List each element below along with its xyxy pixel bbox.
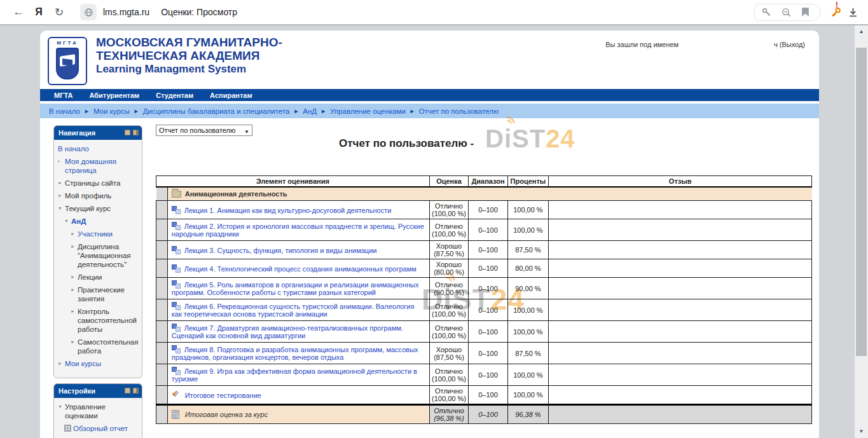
table-row: Итоговое тестированиеОтлично(100,00 %)0–… <box>156 386 812 405</box>
page-tab-title: Оценки: Просмотр <box>161 7 237 17</box>
nav-item-2[interactable]: Студентам <box>156 92 193 99</box>
scroll-down-icon[interactable]: ▼ <box>855 427 868 437</box>
back-icon[interactable]: ← <box>9 6 28 18</box>
key-icon[interactable] <box>761 7 772 18</box>
tree-collapsed-icon[interactable]: ► <box>71 273 78 282</box>
sidebar-item[interactable]: ►Мои курсы <box>58 359 139 368</box>
activity-link[interactable]: Лекция 2. История и хронология массовых … <box>172 222 424 238</box>
sidebar-item-label: Моя домашняя страница <box>65 157 139 175</box>
tree-expanded-icon[interactable]: ▼ <box>58 402 65 420</box>
feedback-cell <box>549 201 812 219</box>
breadcrumb-link[interactable]: АнД <box>303 107 317 115</box>
sidebar-item[interactable]: ►Участники <box>58 229 139 238</box>
activity-link[interactable]: Лекция 7. Драматургия анимационно-театра… <box>172 324 403 339</box>
percent-cell: 100,00 % <box>507 321 549 343</box>
range-cell: 0–100 <box>469 241 507 259</box>
block-dock-icon[interactable] <box>133 388 139 394</box>
tree-collapsed-icon[interactable]: ► <box>71 229 78 238</box>
address-url[interactable]: lms.mgta.ru <box>103 7 149 17</box>
site-title-line2: ТЕХНИЧЕСКАЯ АКАДЕМИЯ <box>96 49 282 62</box>
settings-block-title: Настройки <box>59 387 95 395</box>
block-hide-icon[interactable] <box>125 388 130 394</box>
grade-cell: Отлично(100,00 %) <box>429 219 469 241</box>
tree-expanded-icon[interactable]: ▼ <box>58 204 65 213</box>
report-type-select[interactable]: Отчет по пользователю ▼ <box>156 125 252 136</box>
sidebar-item[interactable]: ▼Текущий курс <box>58 204 139 213</box>
range-cell: 0–100 <box>469 201 507 219</box>
col-header-item: Элемент оценивания <box>156 176 430 188</box>
sidebar-item[interactable]: Обзорный отчет <box>58 424 139 434</box>
sidebar-item[interactable]: В начало <box>58 144 139 153</box>
item-name-cell: Лекция 3. Сущность, функция, типология и… <box>167 241 429 259</box>
tree-collapsed-icon[interactable]: ► <box>58 359 65 368</box>
activity-link[interactable]: Лекция 3. Сущность, функция, типология и… <box>184 247 377 254</box>
activity-link[interactable]: Лекция 8. Подготовка и разработка анимац… <box>172 346 418 361</box>
tree-collapsed-icon[interactable]: ► <box>71 307 78 334</box>
nav-item-3[interactable]: Аспирантам <box>210 92 252 99</box>
chevron-down-icon: ▼ <box>244 127 249 137</box>
tree-collapsed-icon[interactable]: ► <box>71 285 78 303</box>
block-hide-icon[interactable] <box>125 130 130 135</box>
scrollbar-thumb[interactable] <box>856 48 867 356</box>
sidebar-item[interactable]: ►Дисциплина "Анимационная деятельность" <box>58 242 139 269</box>
breadcrumb-link[interactable]: Дисциплины бакалавриата и специалитета <box>143 107 290 115</box>
bookmark-icon[interactable] <box>801 7 810 17</box>
sidebar-item[interactable]: ▼АнД <box>58 217 139 226</box>
sidebar-item[interactable]: ▼Управление оценками <box>58 402 139 420</box>
breadcrumb-link[interactable]: В начало <box>49 107 80 115</box>
indent-cell <box>156 321 168 343</box>
download-icon[interactable] <box>847 6 859 18</box>
grade-cell: Хорошо(80,00 %) <box>429 259 469 278</box>
breadcrumb-link[interactable]: Мои курсы <box>93 107 130 115</box>
activity-link[interactable]: Лекция 6. Рекреационная сущность туристс… <box>172 303 415 318</box>
total-range-cell: 0–100 <box>469 405 507 424</box>
sidebar-item-label: В начало <box>58 144 89 153</box>
sidebar-item[interactable]: ►Мой профиль <box>58 191 139 200</box>
sidebar-item-label: Участники <box>78 229 113 238</box>
sidebar-item[interactable]: ►Контроль самостоятельной работы <box>58 307 139 334</box>
zoom-search-icon[interactable] <box>781 7 792 18</box>
sidebar-item[interactable]: ►Страницы сайта <box>58 179 139 188</box>
mgta-logo[interactable]: МГТА <box>48 37 87 85</box>
feedback-cell <box>549 299 812 321</box>
tree-expanded-icon[interactable]: ▼ <box>64 217 71 226</box>
lesson-icon <box>172 367 181 375</box>
yandex-browser-icon[interactable]: Я <box>28 6 50 18</box>
feedback-cell <box>549 278 812 299</box>
range-cell: 0–100 <box>469 299 507 321</box>
sidebar-item[interactable]: ►Самостоятельная работа <box>58 338 139 355</box>
sidebar-item[interactable]: ▪Моя домашняя страница <box>58 157 139 175</box>
block-dock-icon[interactable] <box>133 130 139 135</box>
activity-link[interactable]: Лекция 4. Технологический процесс создан… <box>184 265 417 273</box>
sidebar-item-label: Самостоятельная работа <box>78 338 139 355</box>
nav-item-1[interactable]: Абитуриентам <box>89 92 139 99</box>
item-name-cell: Лекция 7. Драматургия анимационно-театра… <box>167 321 429 343</box>
breadcrumb-link[interactable]: Управление оценками <box>330 107 406 115</box>
sidebar-item[interactable]: ►Практические занятия <box>58 285 139 303</box>
grade-cell: Отлично(100,00 %) <box>429 299 469 321</box>
tree-collapsed-icon[interactable]: ► <box>71 242 78 269</box>
tree-collapsed-icon[interactable]: ► <box>71 338 78 355</box>
vertical-scrollbar[interactable]: ▲ ▼ <box>855 25 868 438</box>
logout-link[interactable]: ч (Выход) <box>774 41 805 48</box>
category-row: Анимационная деятельность <box>156 187 812 201</box>
activity-link[interactable]: Итоговое тестирование <box>185 392 261 399</box>
activity-link[interactable]: Лекция 1. Анимация как вид культурно-дос… <box>184 207 392 214</box>
tree-collapsed-icon[interactable]: ► <box>58 191 65 200</box>
globe-icon <box>84 8 93 17</box>
protect-indicator[interactable]: ! <box>830 6 838 18</box>
range-cell: 0–100 <box>469 278 507 299</box>
activity-link[interactable]: Лекция 9. Игра как эффективная форма ани… <box>172 367 417 383</box>
table-row: Лекция 8. Подготовка и разработка анимац… <box>156 343 812 364</box>
range-cell: 0–100 <box>469 343 507 364</box>
refresh-icon[interactable]: ↻ <box>50 6 69 19</box>
activity-link[interactable]: Лекция 5. Роль аниматоров в организации … <box>172 281 419 296</box>
lesson-icon <box>172 246 181 254</box>
tree-collapsed-icon[interactable]: ► <box>58 179 65 188</box>
nav-item-0[interactable]: МГТА <box>54 92 72 99</box>
sidebar-item[interactable]: ►Лекции <box>58 273 139 282</box>
site-icon-chip[interactable] <box>80 4 97 20</box>
breadcrumb-link[interactable]: Отчет по пользователю <box>419 107 499 115</box>
scroll-up-icon[interactable]: ▲ <box>855 27 868 37</box>
screen: ← Я ↻ lms.mgta.ru Оценки: Просмотр <box>0 0 868 438</box>
